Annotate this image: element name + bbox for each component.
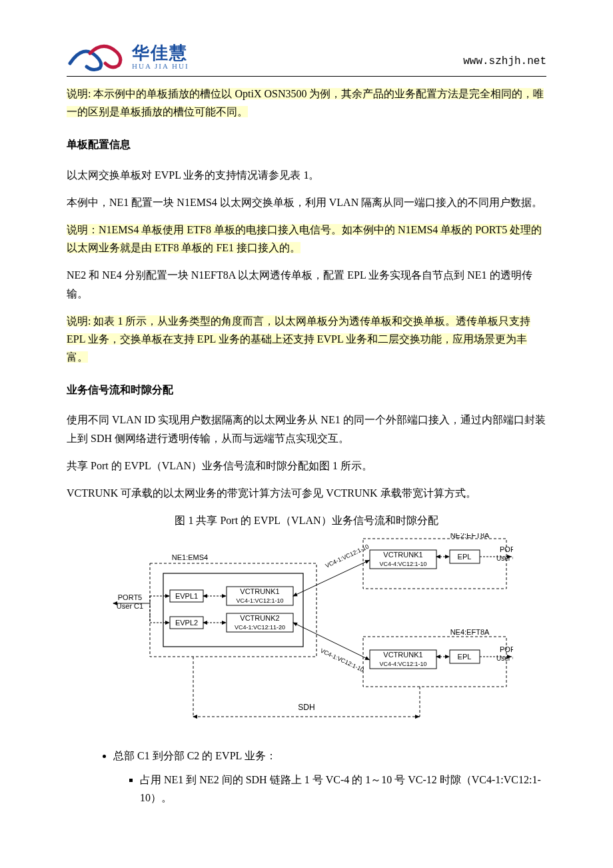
d-userc2: User C2	[496, 555, 513, 562]
list-item-text: 占用 NE1 到 NE2 间的 SDH 链路上 1 号 VC-4 的 1～10 …	[140, 774, 541, 803]
para-5: 共享 Port 的 EVPL（VLAN）业务信号流和时隙分配如图 1 所示。	[67, 457, 546, 475]
para-6: VCTRUNK 可承载的以太网业务的带宽计算方法可参见 VCTRUNK 承载带宽…	[67, 484, 546, 502]
d-epl-a: EPL	[458, 553, 472, 561]
d-vct1a: VCTRUNK1	[240, 587, 279, 595]
d-vct2-sub: VC4-1:VC12:11-20	[235, 624, 285, 631]
d-evpl1: EVPL1	[175, 592, 198, 600]
note-1-text: 说明: 本示例中的单板插放的槽位以 OptiX OSN3500 为例，其余产品的…	[67, 88, 544, 117]
d-link-ac: VC4-1:VC12:1-10	[319, 647, 365, 673]
d-sdh: SDH	[298, 703, 314, 712]
d-vct1a-sub: VC4-1:VC12:1-10	[236, 597, 283, 604]
note-3: 说明: 如表 1 所示，从业务类型的角度而言，以太网单板分为透传单板和交换单板。…	[67, 312, 546, 367]
list-item: 占用 NE1 到 NE2 间的 SDH 链路上 1 号 VC-4 的 1～10 …	[140, 771, 546, 807]
d-ne1: NE1:EMS4	[172, 553, 208, 561]
sub-bullet-list: 占用 NE1 到 NE2 间的 SDH 链路上 1 号 VC-4 的 1～10 …	[140, 771, 546, 807]
header-url: www.szhjh.net	[463, 53, 546, 73]
logo-cn: 华佳慧	[132, 43, 189, 63]
d-vct1c: VCTRUNK1	[383, 651, 422, 659]
logo-icon	[67, 40, 127, 73]
bullet-list: 总部 C1 到分部 C2 的 EVPL 业务： 占用 NE1 到 NE2 间的 …	[113, 747, 546, 807]
svg-rect-0	[150, 563, 316, 657]
d-vct2: VCTRUNK2	[240, 614, 279, 622]
note-3-text: 说明: 如表 1 所示，从业务类型的角度而言，以太网单板分为透传单板和交换单板。…	[67, 315, 530, 363]
para-4: 使用不同 VLAN ID 实现用户数据隔离的以太网业务从 NE1 的同一个外部端…	[67, 411, 546, 447]
note-2: 说明：N1EMS4 单板使用 ETF8 单板的电接口接入电信号。如本例中的 N1…	[67, 221, 546, 257]
section-title-1: 单板配置信息	[67, 135, 546, 153]
d-ne2: NE2:EFT8A	[450, 533, 490, 539]
para-2: 本例中，NE1 配置一块 N1EMS4 以太网交换单板，利用 VLAN 隔离从同…	[67, 193, 546, 211]
d-port1a: PORT1	[500, 545, 513, 553]
d-vct1b-sub: VC4-4:VC12:1-10	[379, 561, 426, 567]
para-1: 以太网交换单板对 EVPL 业务的支持情况请参见表 1。	[67, 166, 546, 184]
d-userc3: User C3	[496, 655, 513, 662]
page-header: 华佳慧 HUA JIA HUI www.szhjh.net	[67, 40, 546, 77]
list-item: 总部 C1 到分部 C2 的 EVPL 业务： 占用 NE1 到 NE2 间的 …	[113, 747, 546, 807]
d-ne4: NE4:EFT8A	[450, 628, 490, 636]
para-3: NE2 和 NE4 分别配置一块 N1EFT8A 以太网透传单板，配置 EPL …	[67, 266, 546, 302]
note-1: 说明: 本示例中的单板插放的槽位以 OptiX OSN3500 为例，其余产品的…	[67, 85, 546, 121]
section-title-2: 业务信号流和时隙分配	[67, 381, 546, 399]
d-port5: PORT5	[118, 593, 142, 601]
note-2-text: 说明：N1EMS4 单板使用 ETF8 单板的电接口接入电信号。如本例中的 N1…	[67, 224, 542, 253]
d-epl-b: EPL	[458, 653, 472, 661]
logo-text: 华佳慧 HUA JIA HUI	[132, 43, 189, 71]
svg-rect-1	[163, 573, 303, 647]
figure-caption: 图 1 共享 Port 的 EVPL（VLAN）业务信号流和时隙分配	[67, 511, 546, 529]
d-vct1b: VCTRUNK1	[383, 551, 422, 559]
d-evpl2: EVPL2	[175, 619, 198, 627]
figure-1-diagram: NE1:EMS4 EVPL1 EVPL2 VCTRUNK1 VC4-1:VC12…	[100, 533, 513, 733]
d-vct1c-sub: VC4-4:VC12:1-10	[379, 661, 426, 667]
logo: 华佳慧 HUA JIA HUI	[67, 40, 189, 73]
logo-en: HUA JIA HUI	[132, 62, 189, 70]
list-item-text: 总部 C1 到分部 C2 的 EVPL 业务：	[113, 750, 277, 761]
d-port1b: PORT1	[500, 645, 513, 653]
